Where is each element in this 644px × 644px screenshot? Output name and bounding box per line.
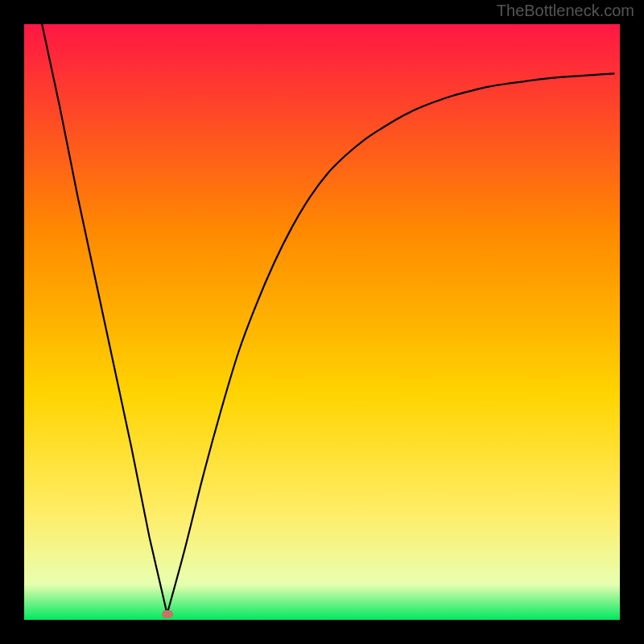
min-marker (162, 610, 173, 618)
watermark-text: TheBottleneck.com (497, 2, 634, 20)
curve-layer (24, 24, 620, 620)
bottleneck-curve (42, 24, 613, 614)
plot-area (24, 24, 620, 620)
chart-frame: TheBottleneck.com (0, 0, 644, 644)
